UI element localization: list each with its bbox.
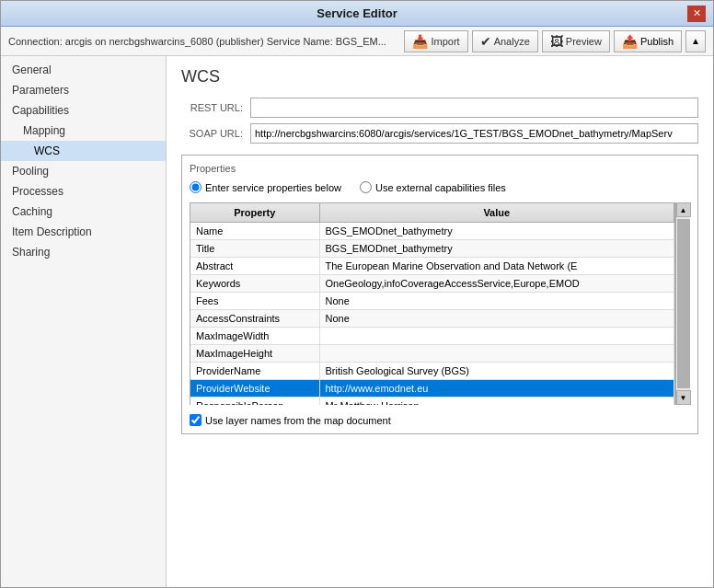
property-cell: Fees [190, 293, 319, 310]
properties-table-wrapper: Property Value NameBGS_EMODnet_bathymetr… [190, 202, 675, 405]
publish-button[interactable]: 📤 Publish [614, 30, 682, 52]
properties-group: Properties Enter service properties belo… [181, 155, 698, 434]
soap-url-row: SOAP URL: [181, 123, 698, 144]
value-cell: The European Marine Observation and Data… [319, 258, 674, 275]
analyze-button[interactable]: ✔ Analyze [472, 30, 538, 52]
scroll-thumb[interactable] [677, 219, 690, 388]
table-row[interactable]: FeesNone [190, 293, 674, 310]
properties-legend: Properties [190, 163, 690, 174]
property-cell: AccessConstraints [190, 310, 319, 328]
properties-table-container: Property Value NameBGS_EMODnet_bathymetr… [190, 202, 690, 405]
radio-option-1[interactable]: Enter service properties below [190, 181, 341, 193]
up-button[interactable]: ▲ [685, 30, 706, 52]
soap-url-label: SOAP URL: [181, 128, 250, 139]
layer-names-label: Use layer names from the map document [205, 415, 391, 426]
table-row[interactable]: AccessConstraintsNone [190, 310, 674, 328]
value-cell: None [319, 293, 674, 310]
analyze-icon: ✔ [480, 34, 491, 49]
toolbar: Connection: arcgis on nercbgshwarcins_60… [1, 27, 713, 56]
import-button[interactable]: 📥 Import [404, 30, 467, 52]
sidebar-item-sharing[interactable]: Sharing [1, 242, 166, 262]
property-cell: MaxImageWidth [190, 328, 319, 345]
table-row[interactable]: KeywordsOneGeology,infoCoverageAccessSer… [190, 275, 674, 293]
radio-external-caps[interactable] [360, 181, 372, 193]
sidebar-item-capabilities[interactable]: Capabilities [1, 100, 166, 121]
window-title: Service Editor [27, 6, 687, 20]
sidebar-item-wcs[interactable]: WCS [1, 141, 166, 161]
rest-url-row: REST URL: [181, 98, 698, 118]
value-cell [319, 328, 674, 345]
property-cell: Name [190, 223, 319, 240]
connection-info: Connection: arcgis on nercbgshwarcins_60… [8, 36, 400, 47]
sidebar: GeneralParametersCapabilitiesMappingWCSP… [1, 56, 167, 587]
rest-url-input[interactable] [250, 98, 698, 118]
soap-url-input[interactable] [250, 123, 698, 144]
sidebar-item-general[interactable]: General [1, 60, 166, 80]
scrollbar[interactable]: ▲ ▼ [675, 202, 690, 405]
table-scroll-area: Property Value NameBGS_EMODnet_bathymetr… [190, 202, 675, 405]
publish-icon: 📤 [622, 34, 638, 49]
properties-table: Property Value NameBGS_EMODnet_bathymetr… [190, 203, 674, 405]
sidebar-item-caching[interactable]: Caching [1, 202, 166, 222]
property-cell: Title [190, 240, 319, 258]
table-row[interactable]: TitleBGS_EMODnet_bathymetry [190, 240, 674, 258]
sidebar-item-mapping[interactable]: Mapping [1, 121, 166, 141]
sidebar-item-item-description[interactable]: Item Description [1, 222, 166, 242]
scroll-up-arrow[interactable]: ▲ [676, 202, 691, 217]
property-cell: MaxImageHeight [190, 345, 319, 363]
value-cell: http://www.emodnet.eu [319, 380, 674, 398]
section-title: WCS [181, 67, 698, 86]
layer-names-checkbox[interactable] [190, 414, 202, 426]
table-row[interactable]: ProviderWebsitehttp://www.emodnet.eu [190, 380, 674, 398]
import-icon: 📥 [412, 34, 428, 49]
table-row[interactable]: ResponsiblePersonMr Matthew Harrison [190, 398, 674, 406]
table-row[interactable]: ProviderNameBritish Geological Survey (B… [190, 363, 674, 380]
value-cell [319, 345, 674, 363]
value-cell: None [319, 310, 674, 328]
property-cell: ProviderWebsite [190, 380, 319, 398]
col-header-property: Property [190, 203, 319, 223]
property-cell: Abstract [190, 258, 319, 275]
table-row[interactable]: MaxImageWidth [190, 328, 674, 345]
value-cell: Mr Matthew Harrison [319, 398, 674, 406]
content-area: WCS REST URL: SOAP URL: Properties Enter… [167, 56, 713, 587]
rest-url-label: REST URL: [181, 102, 250, 113]
sidebar-item-parameters[interactable]: Parameters [1, 80, 166, 100]
scroll-down-arrow[interactable]: ▼ [676, 390, 691, 405]
col-header-value: Value [319, 203, 674, 223]
value-cell: BGS_EMODnet_bathymetry [319, 223, 674, 240]
main-area: GeneralParametersCapabilitiesMappingWCSP… [1, 56, 713, 587]
close-button[interactable]: ✕ [687, 6, 706, 22]
radio-option-2[interactable]: Use external capabilities files [360, 181, 506, 193]
table-row[interactable]: NameBGS_EMODnet_bathymetry [190, 223, 674, 240]
property-cell: Keywords [190, 275, 319, 293]
property-cell: ProviderName [190, 363, 319, 380]
radio-row: Enter service properties below Use exter… [190, 181, 690, 193]
sidebar-item-processes[interactable]: Processes [1, 181, 166, 202]
title-bar: Service Editor ✕ [1, 1, 713, 27]
value-cell: OneGeology,infoCoverageAccessService,Eur… [319, 275, 674, 293]
checkbox-row: Use layer names from the map document [190, 414, 690, 426]
main-window: Service Editor ✕ Connection: arcgis on n… [0, 0, 714, 588]
sidebar-item-pooling[interactable]: Pooling [1, 161, 166, 181]
preview-button[interactable]: 🖼 Preview [542, 30, 610, 52]
preview-icon: 🖼 [550, 34, 563, 49]
table-row[interactable]: AbstractThe European Marine Observation … [190, 258, 674, 275]
value-cell: British Geological Survey (BGS) [319, 363, 674, 380]
table-row[interactable]: MaxImageHeight [190, 345, 674, 363]
radio-enter-props[interactable] [190, 181, 202, 193]
value-cell: BGS_EMODnet_bathymetry [319, 240, 674, 258]
property-cell: ResponsiblePerson [190, 398, 319, 406]
